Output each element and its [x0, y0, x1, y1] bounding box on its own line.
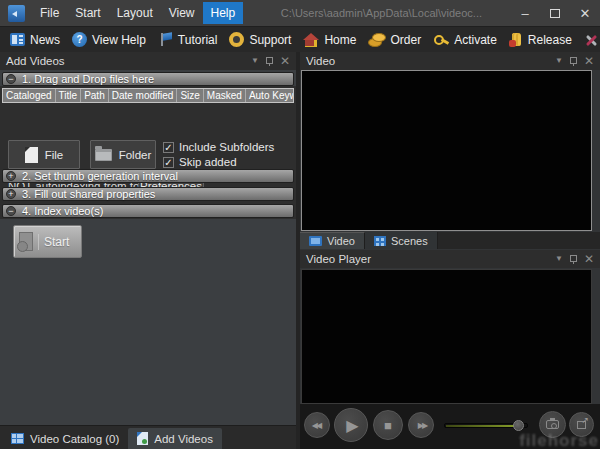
- pin-icon[interactable]: [570, 57, 577, 66]
- panel-close-icon[interactable]: ✕: [584, 254, 594, 264]
- add-videos-panel: Add Videos ▼ ✕ − 1. Drag and Drop files …: [0, 52, 296, 425]
- add-videos-doc-icon: [137, 432, 148, 445]
- menu-start[interactable]: Start: [67, 2, 108, 24]
- panel-close-icon[interactable]: ✕: [280, 56, 290, 66]
- seek-slider[interactable]: [444, 423, 528, 428]
- video-panel-header: Video ▼ ✕: [300, 52, 600, 70]
- collapse-icon[interactable]: −: [6, 74, 16, 84]
- expand-icon[interactable]: +: [6, 171, 16, 181]
- seek-progress: [446, 425, 522, 427]
- maximize-button[interactable]: [540, 0, 570, 26]
- skip-added-option[interactable]: ✓ Skip added: [163, 156, 237, 168]
- video-player-panel-title: Video Player: [306, 253, 371, 265]
- toolbar: News View Help Tutorial Support Home Ord…: [0, 26, 600, 52]
- tab-video-label: Video: [327, 235, 355, 247]
- toolbar-view-help-label: View Help: [92, 33, 146, 47]
- tab-add-videos[interactable]: Add Videos: [128, 428, 222, 449]
- toolbar-release[interactable]: Release: [503, 30, 578, 50]
- window-title: C:\Users\aadmin\AppData\Local\videoc...: [281, 7, 482, 19]
- include-subfolders-option[interactable]: ✓ Include Subfolders: [163, 141, 274, 153]
- news-icon: [10, 33, 25, 46]
- play-button[interactable]: ▶: [334, 408, 368, 442]
- expand-icon[interactable]: +: [6, 189, 16, 199]
- fast-forward-button[interactable]: ▶▶: [408, 412, 434, 438]
- column-size[interactable]: Size: [177, 89, 203, 102]
- titlebar: File Start Layout View Help C:\Users\aad…: [0, 0, 600, 26]
- toolbar-support[interactable]: Support: [223, 29, 297, 50]
- column-cataloged[interactable]: Cataloged: [3, 89, 56, 102]
- panel-close-icon[interactable]: ✕: [584, 56, 594, 66]
- section-drag-drop-label: 1. Drag and Drop files here: [22, 73, 154, 85]
- toolbar-view-help[interactable]: View Help: [66, 29, 152, 50]
- close-button[interactable]: ✕: [570, 0, 600, 26]
- toolbar-order-label: Order: [390, 33, 421, 47]
- section-thumb-interval-label: 2. Set thumb generation interval: [22, 170, 178, 182]
- minimize-button[interactable]: –: [510, 0, 540, 26]
- export-icon: [577, 421, 586, 429]
- capture-frame-button[interactable]: [539, 411, 566, 438]
- app-icon: [8, 5, 25, 22]
- scenes-tab-icon: [374, 236, 386, 246]
- divider: [38, 234, 39, 250]
- section-thumb-interval[interactable]: + 2. Set thumb generation interval: [2, 169, 294, 183]
- video-tab-icon: [309, 236, 322, 246]
- column-title[interactable]: Title: [56, 89, 82, 102]
- stop-button[interactable]: ■: [373, 410, 403, 440]
- file-list-header: Cataloged Title Path Date modified Size …: [2, 88, 294, 103]
- skip-added-checkbox[interactable]: ✓: [163, 157, 174, 168]
- video-tabs: Video Scenes: [300, 232, 600, 249]
- coins-icon: [368, 33, 385, 46]
- tab-add-videos-label: Add Videos: [154, 433, 213, 445]
- toolbar-release-label: Release: [528, 33, 572, 47]
- start-indexing-button[interactable]: Start: [13, 225, 82, 258]
- toolbar-news[interactable]: News: [4, 30, 66, 50]
- column-date-modified[interactable]: Date modified: [109, 89, 178, 102]
- section-drag-drop[interactable]: − 1. Drag and Drop files here: [2, 72, 294, 86]
- add-file-button-label: File: [45, 149, 64, 161]
- include-subfolders-checkbox[interactable]: ✓: [163, 142, 174, 153]
- toolbar-activate[interactable]: Activate: [427, 30, 503, 50]
- section-shared-properties[interactable]: + 3. Fill out shared properties: [2, 187, 294, 201]
- toolbar-update[interactable]: Update: [578, 30, 600, 50]
- add-file-button[interactable]: File: [8, 140, 80, 169]
- panel-menu-icon[interactable]: ▼: [555, 57, 563, 65]
- rewind-button[interactable]: ◀◀: [304, 412, 330, 438]
- pin-icon[interactable]: [266, 57, 273, 66]
- export-frame-button[interactable]: [569, 412, 594, 437]
- toolbar-home-label: Home: [324, 33, 356, 47]
- section-index-videos[interactable]: − 4. Index video(s): [2, 204, 294, 218]
- camera-icon: [546, 420, 559, 429]
- start-indexing-button-label: Start: [44, 235, 69, 249]
- bottom-tabbar: Video Catalog (0) Add Videos: [0, 425, 296, 449]
- menu-view[interactable]: View: [161, 2, 203, 24]
- catalog-grid-icon: [11, 433, 24, 444]
- column-path[interactable]: Path: [81, 89, 109, 102]
- add-videos-panel-title: Add Videos: [6, 55, 65, 67]
- column-masked[interactable]: Masked: [204, 89, 246, 102]
- index-video-icon: [19, 232, 33, 251]
- collapse-icon[interactable]: −: [6, 206, 16, 216]
- column-auto-keywords[interactable]: Auto Keywords: [246, 89, 294, 102]
- seek-handle[interactable]: [513, 420, 524, 431]
- panel-menu-icon[interactable]: ▼: [251, 57, 259, 65]
- menu-file[interactable]: File: [32, 2, 67, 24]
- pin-icon[interactable]: [570, 255, 577, 264]
- menu-help[interactable]: Help: [203, 2, 244, 24]
- add-videos-panel-header: Add Videos ▼ ✕: [0, 52, 296, 70]
- tab-scenes[interactable]: Scenes: [365, 232, 438, 249]
- maximize-icon: [550, 9, 560, 18]
- toolbar-home[interactable]: Home: [297, 30, 362, 50]
- toolbar-news-label: News: [30, 33, 60, 47]
- panel-menu-icon[interactable]: ▼: [555, 255, 563, 263]
- tab-video-catalog[interactable]: Video Catalog (0): [2, 428, 128, 449]
- video-display-area: [301, 70, 592, 231]
- add-folder-button[interactable]: Folder: [90, 140, 156, 169]
- hand-icon: [509, 33, 523, 47]
- tab-video[interactable]: Video: [300, 232, 365, 249]
- key-icon: [433, 33, 449, 47]
- home-icon: [303, 33, 319, 47]
- toolbar-order[interactable]: Order: [362, 30, 427, 50]
- toolbar-tutorial[interactable]: Tutorial: [152, 29, 224, 50]
- menu-layout[interactable]: Layout: [109, 2, 161, 24]
- video-player-panel-header: Video Player ▼ ✕: [300, 250, 600, 268]
